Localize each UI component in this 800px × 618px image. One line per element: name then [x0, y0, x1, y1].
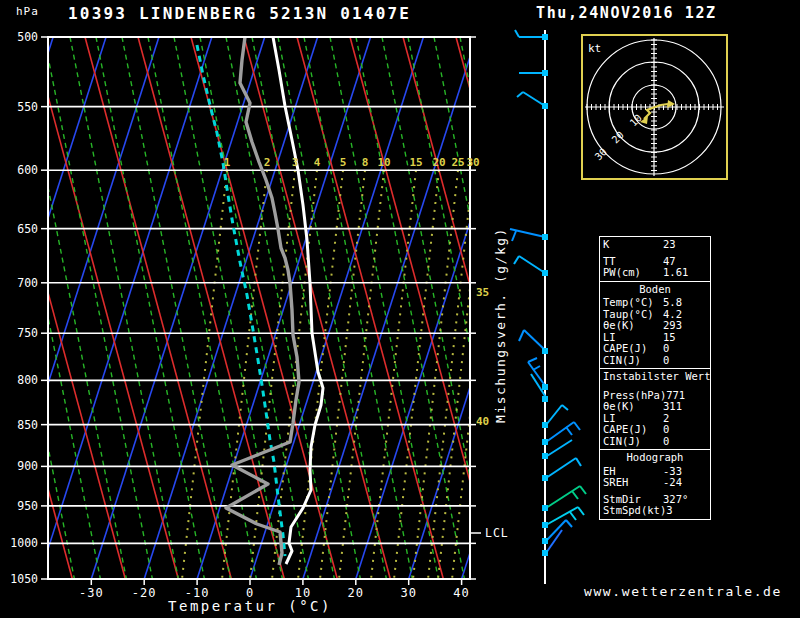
- stat-label: CIN(J): [603, 436, 663, 448]
- mixing-ratio-label: 25: [451, 156, 464, 169]
- wind-barb-dot: [542, 70, 548, 76]
- stat-row: θe(K)311: [603, 401, 707, 413]
- wind-barb: [546, 486, 580, 508]
- wind-barb-dot: [542, 550, 548, 556]
- wind-barb-dot: [542, 270, 548, 276]
- wind-barb-dot: [542, 384, 548, 390]
- isotherm-line: [250, 37, 423, 579]
- stat-value: 2: [663, 413, 707, 425]
- sounding-page: hPa 10393 LINDENBERG 5213N 01407E Thu,24…: [0, 0, 800, 618]
- stat-value: 15: [663, 332, 707, 344]
- stat-row: PW(cm)1.61: [603, 267, 707, 279]
- grid-lines: [0, 37, 635, 579]
- wind-barb-dot: [542, 475, 548, 481]
- moist-adiabat-line: [96, 37, 204, 579]
- mixing-ratio-label: 30: [466, 156, 479, 169]
- mixing-ratio-label: 5: [340, 156, 347, 169]
- hodograph-box: 102030kt: [582, 35, 727, 179]
- stat-row: CIN(J)0: [603, 355, 707, 367]
- pressure-tick-label: 600: [17, 163, 38, 177]
- pressure-tick-label: 1000: [10, 536, 38, 550]
- wind-barb: [519, 256, 545, 273]
- dry-adiabat-line: [138, 37, 284, 579]
- mixing-ratio-line: [250, 170, 295, 579]
- isotherm-line: [0, 37, 53, 579]
- moist-adiabat-line: [434, 37, 542, 579]
- wind-barb: [519, 330, 524, 341]
- wind-barb-dot: [542, 453, 548, 459]
- wind-barb-dot: [542, 234, 548, 240]
- dry-adiabat-line: [32, 37, 178, 579]
- temperature-tick-label: 20: [348, 586, 364, 600]
- stats-section-header: Hodograph: [603, 452, 707, 464]
- wind-barb: [572, 491, 578, 499]
- wind-barb: [533, 366, 540, 370]
- stat-row: CAPE(J)0: [603, 343, 707, 355]
- mixing-ratio-label: 2: [264, 156, 271, 169]
- wind-barb: [517, 92, 523, 97]
- moist-adiabat-line: [44, 37, 152, 579]
- stat-label: CIN(J): [603, 355, 663, 367]
- stat-row: CIN(J)0: [603, 436, 707, 448]
- mixing-ratio-label: 20: [432, 156, 445, 169]
- isotherm-line: [0, 37, 106, 579]
- pressure-tick-label: 500: [17, 30, 38, 44]
- wind-barb: [528, 358, 537, 362]
- mixing-ratio-label: 35: [476, 286, 489, 299]
- mixing-ratio-label: 4: [314, 156, 321, 169]
- stats-section-header: Instabilster Wert: [603, 371, 707, 383]
- mixing-ratio-line: [413, 170, 458, 579]
- stats-section: K23TT47PW(cm)1.61: [599, 236, 711, 282]
- wind-barb-dot: [542, 538, 548, 544]
- mixing-ratio-label: 1: [224, 156, 231, 169]
- pressure-tick-label: 650: [17, 222, 38, 236]
- wind-barb: [574, 422, 580, 430]
- stat-label: CAPE(J): [603, 343, 663, 355]
- wind-barb-dot: [542, 439, 548, 445]
- moist-adiabat-line: [70, 37, 178, 579]
- stat-label: K: [603, 239, 663, 251]
- wind-barb-dot: [542, 348, 548, 354]
- dry-adiabat-line: [191, 37, 337, 579]
- stat-value: 3: [666, 505, 707, 517]
- moist-adiabat-line: [148, 37, 256, 579]
- wind-barb: [514, 256, 519, 264]
- wind-barb: [547, 440, 572, 456]
- wind-barb: [566, 520, 572, 527]
- moist-adiabat-line: [356, 37, 464, 579]
- stat-row: Temp(°C)5.8: [603, 297, 707, 309]
- dry-adiabat-line: [456, 37, 602, 579]
- wind-barb: [523, 92, 545, 106]
- stat-label: θe(K): [603, 320, 663, 332]
- stats-section: HodographEH-33SREH-24StmDir327°StmSpd(kt…: [599, 449, 711, 520]
- wind-barb-dot: [542, 522, 548, 528]
- wind-barb-dot: [542, 34, 548, 40]
- pressure-tick-label: 750: [17, 326, 38, 340]
- mixing-ratio-label: 40: [476, 415, 489, 428]
- wind-barb: [546, 458, 576, 478]
- moist-adiabat-line: [0, 37, 48, 579]
- wind-barb-dot: [542, 422, 548, 428]
- stat-value: 0: [663, 355, 707, 367]
- mixing-ratio-label: 10: [377, 156, 390, 169]
- moist-adiabat-line: [304, 37, 412, 579]
- x-axis-title: Temperatur (°C): [168, 598, 332, 614]
- dry-adiabat-line: [0, 37, 19, 579]
- stat-row: K23: [603, 239, 707, 251]
- temperature-tick-label: -30: [79, 586, 104, 600]
- stat-value: 0: [663, 343, 707, 355]
- lcl-label: LCL: [485, 526, 509, 540]
- pressure-tick-label: 950: [17, 499, 38, 513]
- wind-barb: [566, 427, 572, 435]
- wind-barb: [512, 231, 516, 241]
- wind-barb: [515, 30, 519, 37]
- pressure-tick-label: 1050: [10, 572, 38, 586]
- isotherm-line: [38, 37, 211, 579]
- mixing-ratio-label: 3: [292, 156, 299, 169]
- wind-barb-column: [510, 30, 586, 584]
- pressure-tick-label: 550: [17, 100, 38, 114]
- hodograph-unit-label: kt: [588, 42, 601, 55]
- stat-row: θe(K)293: [603, 320, 707, 332]
- stat-value: 311: [663, 401, 707, 413]
- stat-label: Temp(°C): [603, 297, 663, 309]
